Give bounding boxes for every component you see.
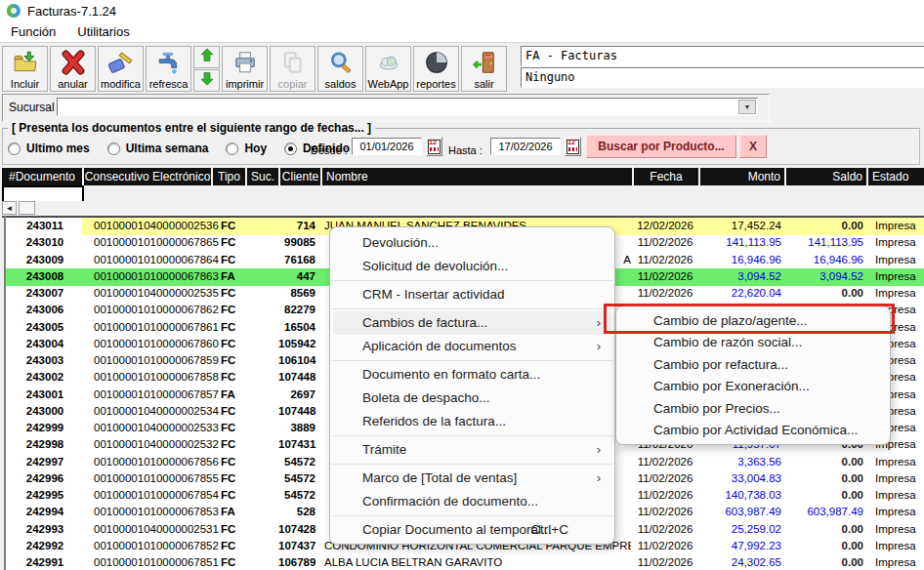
toolbar-button-imprimir[interactable]: imprimir xyxy=(222,46,268,92)
context-menu-item-crm-insertar-actividad[interactable]: CRM - Insertar actividad xyxy=(333,283,611,306)
context-menu-item-marco-de-total-de-ventas[interactable]: Marco de [Total de ventas]› xyxy=(333,467,611,490)
cell-nombre: ALBA LUCIA BELTRAN GARAVITO xyxy=(324,554,631,570)
buscar-por-producto-button[interactable]: Buscar por Producto... xyxy=(586,135,736,158)
context-menu-item-boleta-de-despacho[interactable]: Boleta de despacho... xyxy=(333,387,611,410)
doc-type-field[interactable]: FA - Facturas xyxy=(521,46,924,66)
scrollbar-thumb[interactable] xyxy=(19,201,35,215)
submenu-item-cambio-por-actividad-econ-mica[interactable]: Cambio por Actividad Económica... xyxy=(619,420,887,441)
context-menu-item-tr-mite[interactable]: Trámite› xyxy=(333,438,611,462)
date-range-options: Ultimo mesUltima semanaHoyDefinido xyxy=(8,142,361,155)
column-header-suc[interactable]: Suc. xyxy=(247,168,278,185)
horizontal-scrollbar[interactable]: ◄ xyxy=(0,201,924,216)
menu-item-label: Solicitud de devolución... xyxy=(362,259,508,273)
cell-cliente: 54572 xyxy=(278,470,315,487)
cell-estado: Impresa xyxy=(870,285,924,302)
context-menu-item-referidos-de-la-factura[interactable]: Referidos de la factura... xyxy=(333,410,611,433)
toolbar-button-salir[interactable]: EXITsalir xyxy=(461,46,507,92)
column-header-fecha[interactable]: Fecha xyxy=(634,168,698,185)
cell-consecutivo: 00100001010000067860 xyxy=(94,336,219,352)
cell-documento: 243006 xyxy=(8,302,82,318)
cell-saldo: 3,094.52 xyxy=(785,268,863,285)
submenu-item-cambio-de-raz-n-social[interactable]: Cambio de razón social... xyxy=(619,332,887,353)
cell-documento: 243002 xyxy=(8,369,82,386)
folder-add-icon xyxy=(12,47,39,78)
cell-consecutivo: 00100001010000067856 xyxy=(94,454,219,470)
cell-fecha: 11/02/2026 xyxy=(632,285,698,302)
toolbar-button-saldos[interactable]: saldos xyxy=(317,46,363,92)
hasta-input[interactable]: 17/02/2026 xyxy=(490,138,561,155)
submenu-arrow-icon: › xyxy=(597,438,601,462)
column-header-cliente[interactable]: Cliente xyxy=(280,168,320,185)
window-title: Facturas-7.1.24 xyxy=(27,4,116,19)
cell-cliente: 714 xyxy=(278,218,315,234)
toolbar-button-refresca[interactable]: refresca xyxy=(146,46,191,92)
menu-item-label: Cambios de factura... xyxy=(362,315,487,330)
column-header-monto[interactable]: Monto xyxy=(700,168,784,185)
cell-tipo: FC xyxy=(221,403,250,420)
cell-monto: 603,987.49 xyxy=(701,504,781,520)
desde-input[interactable]: 01/01/2026 xyxy=(352,138,422,155)
radio-ultima-semana[interactable] xyxy=(107,142,120,155)
toolbar-button-reportes[interactable]: reportes xyxy=(413,46,459,92)
context-menu-item-aplicaci-n-de-documentos[interactable]: Aplicación de documentos› xyxy=(333,335,611,358)
context-menu-item-cambios-de-factura[interactable]: Cambios de factura...› xyxy=(333,311,611,335)
cell-consecutivo: 00100001040000002534 xyxy=(94,403,219,420)
toolbar-button-label: WebApp xyxy=(368,78,409,90)
column-header-tipo[interactable]: Tipo xyxy=(213,168,245,185)
cell-estado: Impresa xyxy=(870,554,924,570)
cell-fecha: 11/02/2026 xyxy=(632,252,698,268)
arrow-down-icon xyxy=(199,70,215,91)
column-header-documento[interactable]: #Documento xyxy=(2,168,82,185)
cell-documento: 242998 xyxy=(8,436,82,453)
menu-item-label: Boleta de despacho... xyxy=(362,390,490,405)
toolbar-button-incluir[interactable]: Incluir xyxy=(2,46,48,92)
app-icon xyxy=(6,3,21,19)
radio-definido[interactable] xyxy=(284,142,297,155)
desde-calendar-button[interactable] xyxy=(426,137,442,156)
hasta-calendar-button[interactable] xyxy=(565,137,581,156)
cell-consecutivo: 00100001010000067853 xyxy=(94,504,219,520)
radio-hoy[interactable] xyxy=(226,142,238,155)
scroll-left-icon[interactable]: ◄ xyxy=(2,201,17,215)
cell-estado: Impresa xyxy=(870,487,924,504)
column-header-saldo[interactable]: Saldo xyxy=(786,168,866,185)
table-row[interactable]: 24299100100001010000067851FC106789ALBA L… xyxy=(6,554,924,570)
submenu-item-cambio-por-exoneraci-n[interactable]: Cambio por Exoneración... xyxy=(619,376,887,397)
toolbar-button-modifica[interactable]: modifica xyxy=(98,46,144,92)
column-header-estado[interactable]: Estado xyxy=(868,168,924,185)
arrow-up-button[interactable] xyxy=(193,46,220,68)
menubar-item-utilitarios[interactable]: Utilitarios xyxy=(66,22,140,41)
cell-estado: Impresa xyxy=(870,268,924,285)
nav-arrows xyxy=(193,46,220,92)
cell-cliente: 107448 xyxy=(278,369,315,386)
toolbar-button-label: Incluir xyxy=(11,78,39,90)
context-menu-item-documento-en-formato-carta[interactable]: Documento en formato carta... xyxy=(333,363,611,387)
toolbar-button-label: reportes xyxy=(416,78,455,90)
sucursal-combobox[interactable]: ▼ xyxy=(57,98,758,116)
toolbar-button-webapp[interactable]: WebApp xyxy=(365,46,411,92)
column-header-consecutivoelectrnico[interactable]: Consecutivo Electrónico xyxy=(84,168,211,185)
cell-fecha: 11/02/2026 xyxy=(632,268,698,285)
context-menu-item-devoluci-n[interactable]: Devolución... xyxy=(333,231,611,255)
calendar-icon xyxy=(428,140,441,154)
radio-ultimo-mes[interactable] xyxy=(8,142,21,155)
toolbar-button-label: refresca xyxy=(149,78,189,90)
date-range-title: [ Presenta los documentos entre el sigui… xyxy=(8,121,375,135)
column-header-nombre[interactable]: Nombre xyxy=(322,168,632,185)
cell-fecha: 11/02/2026 xyxy=(632,538,698,554)
cell-tipo: FC xyxy=(221,470,250,487)
context-menu-item-copiar-documento-al-temporal[interactable]: Copiar Documento al temporal...Ctrl+C xyxy=(333,518,611,542)
menubar-item-funcin[interactable]: Función xyxy=(0,22,66,41)
submenu-item-cambio-por-refactura[interactable]: Cambio por refactura... xyxy=(619,354,887,376)
toolbar-button-anular[interactable]: anular xyxy=(50,46,96,92)
cell-fecha: 12/02/2026 xyxy=(632,218,698,234)
cell-monto: 25,259.02 xyxy=(701,521,781,538)
filter-name-field[interactable]: Ninguno xyxy=(521,67,924,88)
cell-fecha: 11/02/2026 xyxy=(632,487,698,504)
context-menu-item-confirmaci-n-de-documento[interactable]: Confirmación de documento... xyxy=(333,490,611,513)
submenu-item-cambio-por-precios[interactable]: Cambio por Precios... xyxy=(619,398,887,420)
arrow-down-button[interactable] xyxy=(193,69,220,92)
clear-search-button[interactable]: X xyxy=(739,135,767,158)
context-menu-item-solicitud-de-devoluci-n[interactable]: Solicitud de devolución... xyxy=(333,255,611,278)
chevron-down-icon[interactable]: ▼ xyxy=(738,100,756,114)
